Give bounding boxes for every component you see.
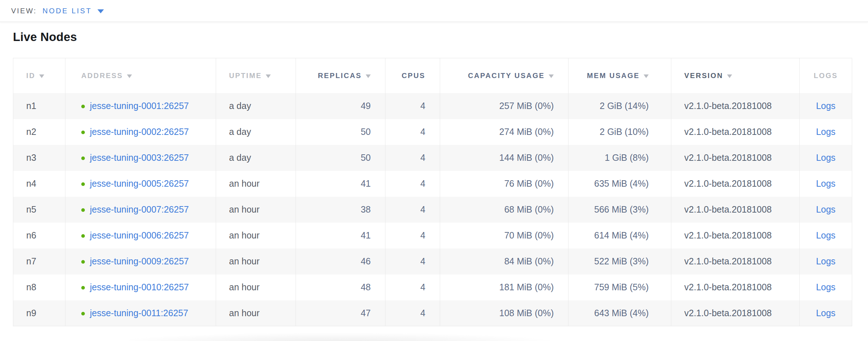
node-logs-link[interactable]: Logs: [816, 308, 835, 318]
column-header-logs: LOGS: [800, 58, 852, 93]
cell-cpus: 4: [385, 145, 440, 171]
cell-id: n7: [13, 249, 65, 274]
cell-logs: Logs: [800, 223, 852, 249]
node-address-link[interactable]: jesse-tuning-0009:26257: [90, 256, 189, 266]
bottom-scroll-shadow: [129, 331, 868, 341]
cell-cpus: 4: [385, 171, 440, 197]
sort-desc-arrow-icon: [127, 74, 132, 78]
cell-logs: Logs: [800, 119, 852, 145]
chevron-down-icon: [97, 9, 104, 13]
column-header-uptime[interactable]: UPTIME: [216, 58, 296, 93]
node-logs-link[interactable]: Logs: [816, 230, 835, 240]
cell-replicas: 41: [296, 171, 385, 197]
sort-desc-arrow-icon: [549, 74, 554, 78]
cell-logs: Logs: [800, 300, 852, 326]
node-address-link[interactable]: jesse-tuning-0001:26257: [90, 101, 189, 111]
cell-replicas: 47: [296, 300, 385, 326]
column-header-label: REPLICAS: [318, 72, 362, 79]
node-logs-link[interactable]: Logs: [816, 204, 835, 214]
node-logs-link[interactable]: Logs: [816, 282, 835, 292]
cell-address: jesse-tuning-0007:26257: [65, 197, 216, 223]
table-row: n3jesse-tuning-0003:26257a day504144 MiB…: [13, 145, 852, 171]
column-header-label: LOGS: [814, 72, 838, 79]
live-nodes-table: IDADDRESSUPTIMEREPLICASCPUSCAPACITY USAG…: [13, 58, 852, 326]
cell-capacity: 70 MiB (0%): [440, 223, 568, 249]
table-row: n6jesse-tuning-0006:26257an hour41470 Mi…: [13, 223, 852, 249]
table-row: n5jesse-tuning-0007:26257an hour38468 Mi…: [13, 197, 852, 223]
cell-mem: 2 GiB (14%): [568, 93, 671, 119]
table-header-row: IDADDRESSUPTIMEREPLICASCPUSCAPACITY USAG…: [13, 58, 852, 93]
cell-id: n8: [13, 274, 65, 300]
cell-replicas: 49: [296, 93, 385, 119]
column-header-label: MEM USAGE: [587, 72, 640, 79]
cell-uptime: an hour: [216, 249, 296, 274]
cell-logs: Logs: [800, 249, 852, 274]
column-header-id[interactable]: ID: [13, 58, 65, 93]
node-live-status-dot: [81, 208, 85, 212]
view-label: VIEW:: [11, 7, 37, 15]
cell-mem: 566 MiB (3%): [568, 197, 671, 223]
node-address-link[interactable]: jesse-tuning-0010:26257: [90, 282, 189, 292]
table-body: n1jesse-tuning-0001:26257a day494257 MiB…: [13, 93, 852, 326]
node-address-link[interactable]: jesse-tuning-0006:26257: [90, 230, 189, 240]
cell-version: v2.1.0-beta.20181008: [671, 249, 800, 274]
node-logs-link[interactable]: Logs: [816, 127, 835, 137]
node-address-link[interactable]: jesse-tuning-0011:26257: [90, 308, 188, 318]
node-address-link[interactable]: jesse-tuning-0005:26257: [90, 178, 189, 188]
table-row: n4jesse-tuning-0005:26257an hour41476 Mi…: [13, 171, 852, 197]
cell-address: jesse-tuning-0002:26257: [65, 119, 216, 145]
cell-replicas: 41: [296, 223, 385, 249]
table-row: n9jesse-tuning-0011:26257an hour474108 M…: [13, 300, 852, 326]
column-header-version[interactable]: VERSION: [671, 58, 800, 93]
cell-version: v2.1.0-beta.20181008: [671, 93, 800, 119]
cell-version: v2.1.0-beta.20181008: [671, 119, 800, 145]
node-logs-link[interactable]: Logs: [816, 256, 835, 266]
column-header-label: CAPACITY USAGE: [468, 72, 545, 79]
node-logs-link[interactable]: Logs: [816, 178, 835, 188]
cell-version: v2.1.0-beta.20181008: [671, 145, 800, 171]
node-address-link[interactable]: jesse-tuning-0003:26257: [90, 153, 189, 163]
cell-version: v2.1.0-beta.20181008: [671, 300, 800, 326]
cell-cpus: 4: [385, 119, 440, 145]
node-logs-link[interactable]: Logs: [816, 153, 835, 163]
column-header-address[interactable]: ADDRESS: [65, 58, 216, 93]
column-header-replicas[interactable]: REPLICAS: [296, 58, 385, 93]
cell-cpus: 4: [385, 274, 440, 300]
node-live-status-dot: [81, 286, 85, 290]
cell-mem: 759 MiB (5%): [568, 274, 671, 300]
column-header-capacity[interactable]: CAPACITY USAGE: [440, 58, 568, 93]
cell-id: n9: [13, 300, 65, 326]
cell-address: jesse-tuning-0011:26257: [65, 300, 216, 326]
cell-id: n2: [13, 119, 65, 145]
cell-capacity: 76 MiB (0%): [440, 171, 568, 197]
node-address-link[interactable]: jesse-tuning-0007:26257: [90, 204, 189, 214]
column-header-label: ADDRESS: [81, 72, 123, 79]
cell-id: n5: [13, 197, 65, 223]
cell-cpus: 4: [385, 249, 440, 274]
cell-replicas: 48: [296, 274, 385, 300]
cell-logs: Logs: [800, 93, 852, 119]
cell-capacity: 257 MiB (0%): [440, 93, 568, 119]
cell-address: jesse-tuning-0005:26257: [65, 171, 216, 197]
view-bar: VIEW: NODE LIST: [0, 0, 868, 22]
cell-version: v2.1.0-beta.20181008: [671, 197, 800, 223]
cell-logs: Logs: [800, 197, 852, 223]
cell-mem: 1 GiB (8%): [568, 145, 671, 171]
node-live-status-dot: [81, 156, 85, 160]
column-header-label: VERSION: [684, 72, 723, 79]
view-selector-dropdown[interactable]: NODE LIST: [42, 7, 104, 15]
column-header-mem[interactable]: MEM USAGE: [568, 58, 671, 93]
node-address-link[interactable]: jesse-tuning-0002:26257: [90, 127, 189, 137]
cell-uptime: an hour: [216, 274, 296, 300]
cell-logs: Logs: [800, 171, 852, 197]
cell-capacity: 181 MiB (0%): [440, 274, 568, 300]
cell-capacity: 108 MiB (0%): [440, 300, 568, 326]
cell-uptime: an hour: [216, 223, 296, 249]
node-logs-link[interactable]: Logs: [816, 101, 835, 111]
cell-address: jesse-tuning-0001:26257: [65, 93, 216, 119]
cell-mem: 2 GiB (10%): [568, 119, 671, 145]
table-row: n7jesse-tuning-0009:26257an hour46484 Mi…: [13, 249, 852, 274]
cell-logs: Logs: [800, 274, 852, 300]
node-live-status-dot: [81, 234, 85, 238]
cell-id: n4: [13, 171, 65, 197]
